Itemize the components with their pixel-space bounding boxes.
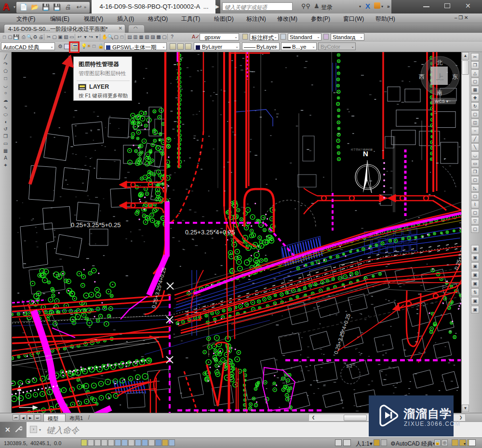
svg-text:WCS ▾: WCS ▾ [435, 99, 448, 104]
svg-text:北: 北 [437, 59, 442, 66]
svg-text:经了空间下礁碑砖砸: 经了空间下礁碑砖砸 [351, 148, 373, 151]
svg-text:0.25+3.25*4+0.25: 0.25+3.25*4+0.25 [185, 229, 235, 236]
svg-text:0.25+3.25*5+0.25: 0.25+3.25*5+0.25 [71, 221, 120, 229]
svg-text:南: 南 [437, 89, 442, 96]
svg-text:上: 上 [436, 73, 444, 81]
svg-text:1-2: 1-2 [346, 364, 352, 368]
svg-text:西: 西 [419, 73, 425, 80]
svg-text:东: 东 [452, 73, 458, 80]
